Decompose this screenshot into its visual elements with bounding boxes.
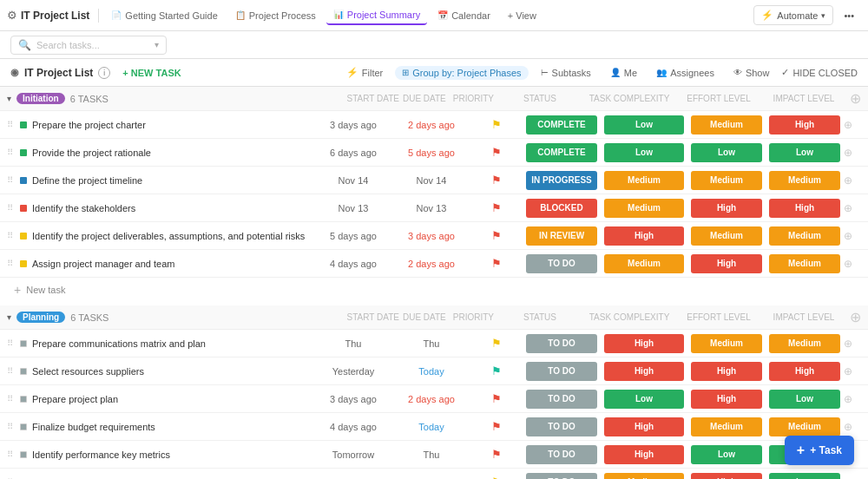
drag-handle[interactable]: ⠿ — [7, 120, 13, 129]
impact-cell: Medium — [766, 334, 844, 353]
drag-handle[interactable]: ⠿ — [7, 366, 13, 376]
row-options[interactable]: ⊕ — [844, 421, 861, 433]
effort-badge: Low — [691, 445, 762, 464]
impact-badge: High — [769, 115, 840, 135]
new-task-label: New task — [26, 285, 65, 295]
table-row[interactable]: ⠿ Assign project manager and team 4 days… — [0, 250, 868, 278]
row-options[interactable]: ⊕ — [844, 147, 861, 159]
assignees-button[interactable]: 👥 Assignees — [649, 65, 721, 81]
drag-handle[interactable]: ⠿ — [7, 148, 13, 157]
table-row[interactable]: ⠿ Prepare communications matrix and plan… — [0, 330, 868, 358]
drag-handle[interactable]: ⠿ — [7, 422, 13, 431]
new-task-row[interactable]: +New task — [0, 278, 868, 302]
table-row[interactable]: ⠿ Identify the project deliverables, ass… — [0, 222, 868, 250]
collapse-icon: ▾ — [7, 94, 11, 103]
drag-handle[interactable]: ⠿ — [7, 259, 13, 268]
table-row[interactable]: ⠿ Provide the project rationale 6 days a… — [0, 139, 868, 167]
new-task-button[interactable]: + NEW TASK — [115, 65, 187, 81]
effort-badge: High — [691, 362, 762, 381]
effort-cell: Medium — [687, 226, 766, 246]
task-color-dot — [20, 423, 27, 430]
row-options[interactable]: ⊕ — [844, 393, 861, 405]
due-date-col-header: DUE DATE — [403, 312, 446, 322]
drag-handle[interactable]: ⠿ — [7, 394, 13, 404]
status-badge: TO DO — [526, 473, 597, 480]
tab-project-process[interactable]: 📋 Project Process — [228, 7, 323, 24]
complexity-col-header: TASK COMPLEXITY — [586, 312, 673, 322]
task-color-dot — [20, 233, 27, 240]
hide-closed-button[interactable]: ✓ HIDE CLOSED — [781, 67, 858, 78]
show-button[interactable]: 👁 Show — [727, 65, 777, 81]
status-badge: TO DO — [526, 445, 597, 464]
table-row[interactable]: ⠿ Select resources suppliers Yesterday T… — [0, 358, 868, 385]
section-options-icon[interactable]: ⊕ — [850, 90, 861, 107]
row-options[interactable]: ⊕ — [844, 258, 861, 270]
priority-flag-icon: ⚑ — [491, 257, 502, 270]
task-color-dot — [20, 260, 27, 267]
me-icon: 👤 — [610, 68, 621, 77]
main-content: ▾ Initiation 6 TASKS START DATE DUE DATE… — [0, 87, 868, 479]
status-badge: COMPLETE — [526, 143, 597, 162]
complexity-badge: Low — [604, 390, 684, 409]
complexity-cell: Low — [601, 390, 687, 409]
start-date-cell: 3 days ago — [314, 394, 392, 404]
due-date-cell: 5 days ago — [392, 148, 470, 158]
priority-cell: ⚑ — [470, 174, 523, 187]
section-header-initiation[interactable]: ▾ Initiation 6 TASKS START DATE DUE DATE… — [0, 87, 868, 111]
row-options[interactable]: ⊕ — [844, 230, 861, 242]
effort-badge: High — [691, 473, 762, 480]
list-chevron-icon[interactable]: ◉ — [10, 67, 19, 78]
complexity-cell: Low — [601, 115, 687, 135]
table-row[interactable]: ⠿ Prepare the project charter 3 days ago… — [0, 111, 868, 139]
table-row[interactable]: ⠿ Identify performance key metrics Tomor… — [0, 441, 868, 469]
drag-handle[interactable]: ⠿ — [7, 338, 13, 348]
add-task-button[interactable]: + + Task — [785, 436, 854, 465]
row-options[interactable]: ⊕ — [844, 365, 861, 377]
tab-calendar[interactable]: 📅 Calendar — [431, 7, 497, 24]
impact-cell: High — [766, 199, 844, 218]
tab-add-view[interactable]: + View — [501, 7, 543, 24]
list-title-area: ◉ IT Project List i — [10, 67, 110, 79]
row-options[interactable]: ⊕ — [844, 476, 861, 480]
tab-getting-started[interactable]: 📄 Getting Started Guide — [104, 7, 224, 24]
row-options[interactable]: ⊕ — [844, 174, 861, 187]
effort-badge: Medium — [691, 171, 762, 190]
me-button[interactable]: 👤 Me — [603, 65, 644, 81]
app-settings-icon[interactable]: ⚙ — [7, 9, 17, 22]
effort-cell: Low — [687, 143, 766, 162]
table-row[interactable]: ⠿ Finalize budget requirements 4 days ag… — [0, 413, 868, 441]
tab-project-summary[interactable]: 📊 Project Summary — [326, 6, 427, 25]
drag-handle[interactable]: ⠿ — [7, 203, 13, 213]
group-by-button[interactable]: ⊞ Group by: Project Phases — [395, 66, 528, 80]
row-options[interactable]: ⊕ — [844, 202, 861, 214]
drag-handle[interactable]: ⠿ — [7, 449, 13, 459]
table-row[interactable]: ⠿ Prepare change management plan Wed Wed… — [0, 469, 868, 479]
status-badge: TO DO — [526, 254, 597, 273]
effort-cell: Medium — [687, 115, 766, 135]
drag-handle[interactable]: ⠿ — [7, 175, 13, 185]
table-row[interactable]: ⠿ Identify the stakeholders Nov 13 Nov 1… — [0, 194, 868, 222]
effort-badge: High — [691, 390, 762, 409]
search-input[interactable]: 🔍 Search tasks... ▾ — [10, 36, 167, 55]
due-date-cell: 3 days ago — [392, 231, 470, 241]
complexity-badge: Low — [604, 143, 684, 162]
due-date-cell: 2 days ago — [392, 394, 470, 404]
toolbar: ◉ IT Project List i + NEW TASK ⚡ Filter … — [0, 59, 868, 87]
row-options[interactable]: ⊕ — [844, 119, 861, 131]
status-cell: COMPLETE — [523, 115, 601, 135]
impact-badge: Low — [769, 143, 840, 162]
section-header-planning[interactable]: ▾ Planning 6 TASKS START DATE DUE DATE P… — [0, 305, 868, 330]
row-options[interactable]: ⊕ — [844, 338, 861, 350]
priority-cell: ⚑ — [470, 364, 523, 377]
more-options-button[interactable]: ••• — [837, 7, 861, 24]
table-row[interactable]: ⠿ Prepare project plan 3 days ago 2 days… — [0, 385, 868, 413]
automate-button[interactable]: ⚡ Automate ▾ — [753, 5, 833, 25]
table-row[interactable]: ⠿ Define the project timeline Nov 14 Nov… — [0, 167, 868, 194]
drag-handle[interactable]: ⠿ — [7, 231, 13, 240]
subtasks-button[interactable]: ⊢ Subtasks — [534, 65, 598, 81]
filter-button[interactable]: ⚡ Filter — [339, 64, 390, 81]
section-options-icon[interactable]: ⊕ — [850, 309, 861, 325]
impact-cell: Medium — [766, 226, 844, 246]
complexity-col-header: TASK COMPLEXITY — [586, 94, 673, 103]
nav-separator — [98, 9, 99, 23]
